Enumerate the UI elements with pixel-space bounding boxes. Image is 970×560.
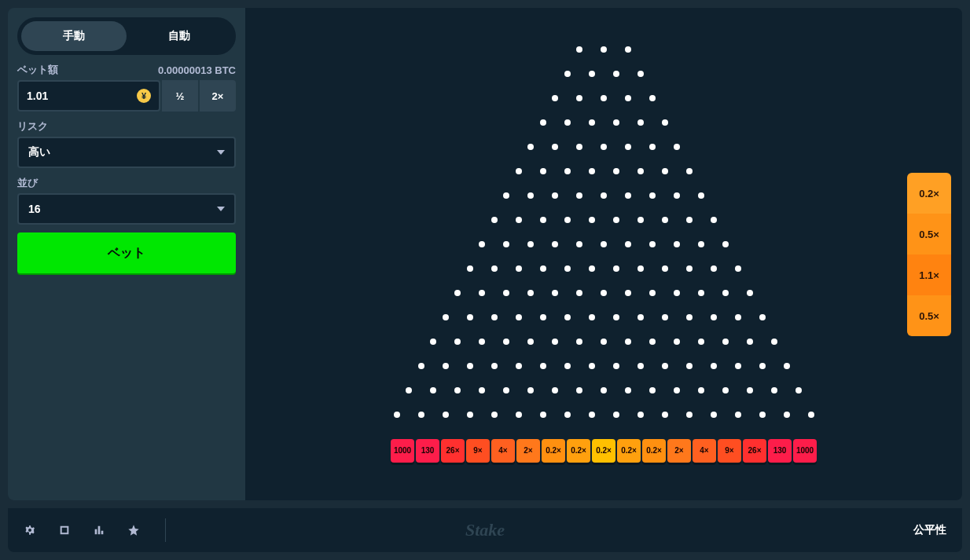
risk-group: リスク 高い bbox=[17, 119, 236, 168]
square-icon[interactable] bbox=[58, 524, 71, 536]
auto-tab[interactable]: 自動 bbox=[127, 21, 232, 51]
peg bbox=[625, 387, 631, 393]
peg bbox=[564, 265, 571, 272]
bet-btc-value: 0.00000013 BTC bbox=[158, 64, 236, 76]
peg-row bbox=[564, 71, 644, 77]
peg bbox=[503, 290, 509, 296]
half-button[interactable]: ½ bbox=[162, 80, 198, 112]
payout-slot: 26× bbox=[743, 439, 766, 463]
peg-row bbox=[394, 412, 814, 418]
peg bbox=[613, 314, 619, 320]
peg bbox=[686, 168, 693, 174]
peg bbox=[430, 339, 436, 345]
peg bbox=[491, 265, 498, 272]
peg bbox=[625, 339, 631, 345]
plinko-pegs: 100013026×9×4×2×0.2×0.2×0.2×0.2×0.2×2×4×… bbox=[391, 46, 817, 463]
peg bbox=[576, 241, 582, 247]
rows-label: 並び bbox=[17, 176, 38, 190]
peg bbox=[613, 412, 619, 418]
footer-divider bbox=[165, 518, 166, 542]
peg bbox=[759, 363, 766, 369]
peg bbox=[722, 387, 729, 393]
peg bbox=[564, 314, 571, 320]
peg bbox=[527, 144, 534, 150]
peg bbox=[418, 412, 424, 418]
peg bbox=[552, 339, 558, 345]
peg bbox=[735, 412, 741, 418]
manual-tab[interactable]: 手動 bbox=[21, 21, 127, 51]
peg-row bbox=[479, 241, 729, 247]
rows-value: 16 bbox=[28, 203, 41, 215]
rows-group: 並び 16 bbox=[17, 176, 236, 225]
double-button[interactable]: 2× bbox=[200, 80, 236, 112]
peg bbox=[698, 192, 704, 199]
peg bbox=[722, 241, 729, 247]
payout-slot: 0.2× bbox=[567, 439, 590, 463]
bet-amount-input[interactable] bbox=[27, 90, 105, 102]
fairness-link[interactable]: 公平性 bbox=[913, 523, 946, 537]
peg bbox=[711, 265, 717, 272]
peg bbox=[722, 290, 729, 296]
chevron-down-icon bbox=[217, 150, 225, 155]
peg bbox=[491, 412, 498, 418]
peg bbox=[625, 46, 631, 53]
peg bbox=[662, 119, 668, 126]
peg bbox=[649, 387, 656, 393]
peg bbox=[649, 144, 656, 150]
peg bbox=[491, 217, 498, 223]
payout-slot: 4× bbox=[693, 439, 716, 463]
peg bbox=[808, 412, 814, 418]
rows-select[interactable]: 16 bbox=[17, 193, 236, 225]
peg bbox=[601, 387, 607, 393]
peg bbox=[686, 265, 693, 272]
stats-icon[interactable] bbox=[93, 524, 105, 536]
peg bbox=[527, 387, 534, 393]
peg bbox=[613, 217, 619, 223]
peg bbox=[601, 192, 607, 199]
peg-row bbox=[418, 363, 790, 369]
payout-slot: 0.2× bbox=[617, 439, 641, 463]
payout-slots: 100013026×9×4×2×0.2×0.2×0.2×0.2×0.2×2×4×… bbox=[391, 439, 817, 463]
peg bbox=[589, 71, 595, 77]
peg bbox=[784, 412, 790, 418]
star-icon[interactable] bbox=[127, 524, 140, 536]
peg bbox=[674, 144, 680, 150]
peg bbox=[576, 95, 582, 101]
peg bbox=[735, 265, 741, 272]
peg bbox=[637, 314, 644, 320]
peg bbox=[771, 387, 777, 393]
peg bbox=[649, 290, 656, 296]
payout-slot: 9× bbox=[466, 439, 490, 463]
payout-slot: 26× bbox=[441, 439, 465, 463]
bet-button[interactable]: ベット bbox=[17, 232, 236, 273]
peg bbox=[662, 363, 668, 369]
peg bbox=[564, 119, 571, 126]
peg bbox=[698, 339, 704, 345]
gear-icon[interactable] bbox=[24, 524, 36, 536]
peg bbox=[759, 314, 766, 320]
risk-select[interactable]: 高い bbox=[17, 137, 236, 168]
peg bbox=[564, 71, 571, 77]
peg bbox=[516, 412, 522, 418]
peg bbox=[674, 241, 680, 247]
peg bbox=[540, 168, 546, 174]
peg bbox=[613, 119, 619, 126]
brand-logo: Stake bbox=[465, 520, 505, 540]
peg bbox=[637, 412, 644, 418]
peg bbox=[711, 412, 717, 418]
peg bbox=[564, 412, 571, 418]
peg-row bbox=[540, 119, 668, 126]
peg bbox=[540, 265, 546, 272]
peg bbox=[516, 314, 522, 320]
history-item: 0.2× bbox=[907, 173, 951, 214]
peg bbox=[564, 363, 571, 369]
peg bbox=[662, 314, 668, 320]
peg bbox=[601, 95, 607, 101]
peg bbox=[576, 290, 582, 296]
payout-slot: 4× bbox=[491, 439, 515, 463]
peg bbox=[747, 339, 753, 345]
peg bbox=[503, 339, 509, 345]
peg bbox=[674, 290, 680, 296]
footer-bar: Stake 公平性 bbox=[8, 508, 962, 552]
peg bbox=[662, 412, 668, 418]
